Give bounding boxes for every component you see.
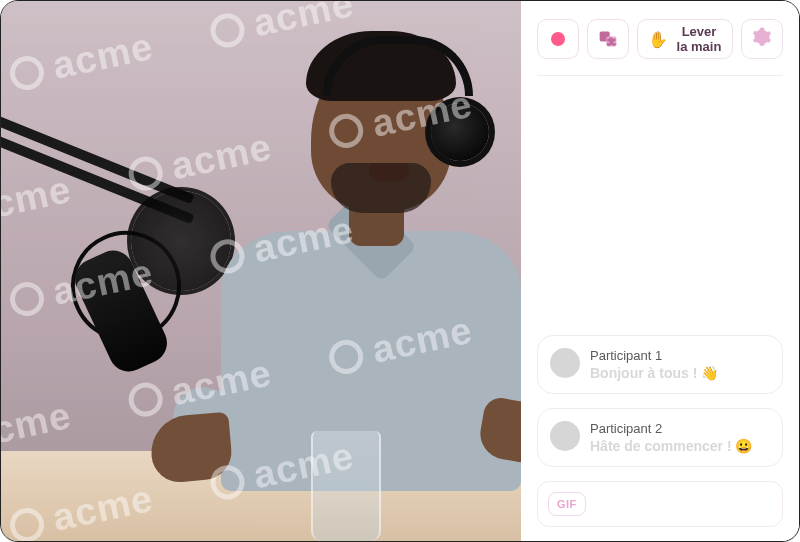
raise-hand-button[interactable]: ✋ Lever la main	[637, 19, 733, 59]
svg-text:文: 文	[607, 37, 615, 46]
settings-button[interactable]	[741, 19, 783, 59]
raise-hand-label: Lever la main	[676, 24, 722, 54]
record-icon	[551, 32, 565, 46]
translate-button[interactable]: A 文	[587, 19, 629, 59]
app-frame: acme acme acme acme acme acme acme acme …	[0, 0, 800, 542]
video-still	[1, 1, 521, 541]
sidebar: A 文 ✋ Lever la main	[521, 1, 799, 541]
chat-sender-name: Participant 1	[590, 348, 718, 363]
gif-label: GIF	[557, 498, 577, 510]
translate-icon: A 文	[598, 29, 618, 49]
gif-button[interactable]: GIF	[548, 492, 586, 516]
video-pane: acme acme acme acme acme acme acme acme …	[1, 1, 521, 541]
chat-message: Participant 2 Hâte de commencer ! 😀	[537, 408, 783, 467]
chat-message: Participant 1 Bonjour à tous ! 👋	[537, 335, 783, 394]
chat-messages: Participant 1 Bonjour à tous ! 👋 Partici…	[537, 335, 783, 467]
record-button[interactable]	[537, 19, 579, 59]
chat-composer[interactable]: GIF	[537, 481, 783, 527]
gear-icon	[752, 27, 772, 51]
chat-sender-name: Participant 2	[590, 421, 753, 436]
chat-message-text: Hâte de commencer ! 😀	[590, 438, 753, 454]
avatar	[550, 421, 580, 451]
avatar	[550, 348, 580, 378]
hand-icon: ✋	[648, 30, 668, 49]
toolbar: A 文 ✋ Lever la main	[537, 19, 783, 59]
chat-message-text: Bonjour à tous ! 👋	[590, 365, 718, 381]
